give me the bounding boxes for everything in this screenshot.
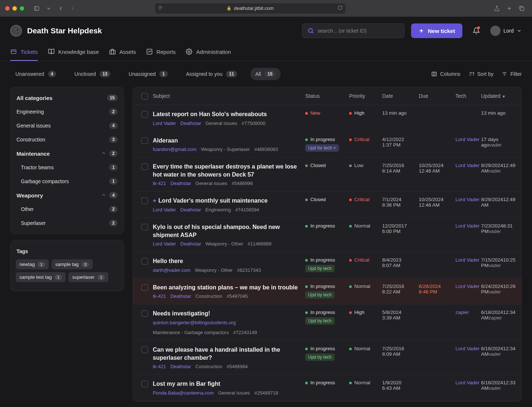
notifications-button[interactable]	[469, 23, 484, 38]
share-icon[interactable]	[492, 3, 502, 14]
tab-admin[interactable]: Administration	[186, 43, 231, 61]
ticket-row[interactable]: Lost my arm in Bar fightPonda.Baba@cante…	[133, 375, 521, 401]
category-subitem[interactable]: Superlaser2	[11, 216, 123, 230]
tab-reports[interactable]: Reports	[146, 43, 176, 61]
minimize-window[interactable]	[12, 6, 17, 11]
ticket-company[interactable]: Deathstar	[180, 207, 201, 212]
row-checkbox[interactable]	[141, 111, 148, 118]
reload-icon[interactable]	[337, 5, 343, 11]
ticket-row[interactable]: Every time the superlaser destroys a pla…	[133, 158, 521, 192]
ticket-company[interactable]: Deathstar	[170, 293, 191, 299]
sub-status-badge[interactable]: Upd by tech	[305, 317, 335, 325]
row-checkbox[interactable]	[141, 197, 148, 204]
category-subitem[interactable]: Garbage compactors1	[11, 174, 123, 188]
tag-chip[interactable]: superlaser1	[69, 272, 108, 282]
ticket-company[interactable]: Deathstar	[180, 121, 201, 126]
chevron-down-icon[interactable]	[45, 3, 52, 14]
filter-button[interactable]: Filter	[502, 71, 522, 77]
category-item[interactable]: General issues4	[11, 119, 123, 133]
filter-unclosed[interactable]: Unclosed13	[69, 68, 115, 80]
row-checkbox[interactable]	[141, 163, 148, 170]
row-checkbox[interactable]	[141, 284, 148, 291]
ticket-company[interactable]: Deathstar	[170, 364, 191, 369]
sub-status-badge[interactable]: Upd by tech	[305, 265, 335, 272]
maximize-window[interactable]	[20, 6, 24, 11]
row-checkbox[interactable]	[141, 347, 148, 353]
col-date[interactable]: Date	[382, 93, 419, 99]
col-status[interactable]: Status	[305, 93, 349, 99]
category-all[interactable]: All categories 15	[11, 91, 123, 105]
ticket-from[interactable]: tk-421	[153, 364, 166, 369]
ticket-from[interactable]: Lord Vader	[153, 241, 176, 247]
select-all-checkbox[interactable]	[141, 93, 148, 100]
filter-all[interactable]: All15	[250, 68, 281, 80]
ticket-updated: 6/18/202412:34 AMzapier	[481, 310, 518, 321]
row-checkbox[interactable]	[141, 224, 148, 230]
ticket-company[interactable]: Deathstar	[180, 241, 201, 247]
tab-assets[interactable]: Assets	[109, 43, 136, 61]
sidebar-toggle-icon[interactable]	[32, 3, 42, 14]
col-priority[interactable]: Priority	[349, 93, 382, 99]
col-due[interactable]: Due	[419, 93, 455, 99]
category-subitem[interactable]: Tractor beams1	[11, 160, 123, 174]
search-box[interactable]	[302, 23, 404, 38]
new-ticket-button[interactable]: New ticket	[411, 23, 462, 38]
ticket-from[interactable]: tk-421	[153, 293, 166, 299]
row-checkbox[interactable]	[141, 258, 148, 264]
sub-status-badge[interactable]: Upd for tech ×	[305, 144, 339, 152]
row-checkbox[interactable]	[141, 381, 148, 387]
reader-mode-icon[interactable]	[158, 5, 163, 11]
category-subitem[interactable]: Other2	[11, 202, 123, 216]
ticket-row[interactable]: Alderaanfuandon@gmail.comWeaponry - Supe…	[133, 132, 521, 158]
tab-tickets[interactable]: Tickets	[10, 43, 38, 61]
url-bar[interactable]: 🔒 deathstar.jitbit.com	[155, 3, 346, 14]
new-tab-icon[interactable]	[504, 3, 514, 14]
url-text: deathstar.jitbit.com	[234, 5, 273, 11]
category-item[interactable]: Weaponry4	[11, 188, 123, 202]
filter-assigned[interactable]: Assigned to you11	[181, 68, 242, 80]
tab-kb[interactable]: Knowledge base	[48, 43, 99, 61]
ticket-from[interactable]: fuandon@gmail.com	[153, 147, 196, 152]
brand[interactable]: Death Star Helpdesk	[10, 25, 102, 37]
col-updated[interactable]: Updated▼	[481, 93, 518, 99]
forward-button[interactable]	[67, 3, 78, 14]
tabs-overview-icon[interactable]	[517, 3, 527, 14]
ticket-row[interactable]: Been analyzing station plans – we may be…	[133, 278, 521, 305]
category-item[interactable]: Engineering2	[11, 105, 123, 119]
ticket-row[interactable]: +Lord Vader's monthly suit maintenanceLo…	[133, 192, 521, 218]
col-tech[interactable]: Tech	[455, 93, 481, 99]
user-menu[interactable]: Lord	[490, 26, 522, 36]
ticket-priority: Critical	[349, 197, 382, 202]
filter-unanswered[interactable]: Unanswered4	[10, 68, 61, 80]
ticket-from[interactable]: tk-421	[153, 181, 166, 186]
row-checkbox[interactable]	[141, 310, 148, 317]
sub-status-badge[interactable]: Upd by tech	[305, 354, 335, 361]
col-subject[interactable]: Subject	[153, 93, 305, 99]
columns-button[interactable]: Columns	[431, 71, 460, 77]
ticket-from[interactable]: Lord Vader	[153, 121, 176, 126]
filter-unassigned[interactable]: Unassigned1	[123, 68, 173, 80]
back-button[interactable]	[56, 3, 66, 14]
tag-chip[interactable]: newtag1	[16, 259, 49, 269]
category-item[interactable]: Maintenance2	[11, 147, 123, 160]
row-checkbox[interactable]	[141, 137, 148, 144]
ticket-from[interactable]: darth@vader.com	[153, 267, 191, 273]
tag-chip[interactable]: sample test tag1	[16, 272, 66, 282]
close-window[interactable]	[5, 6, 10, 11]
ticket-from[interactable]: Lord Vader	[153, 207, 176, 212]
ticket-from[interactable]: quinton.bangerter@billingsstudents.org	[153, 320, 236, 325]
sort-button[interactable]: Sort by	[469, 71, 494, 77]
sub-status-badge[interactable]: Upd by tech	[305, 291, 335, 299]
ticket-company[interactable]: Deathstar	[170, 181, 191, 186]
ticket-row[interactable]: Needs investigating!quinton.bangerter@bi…	[133, 304, 521, 341]
ticket-row[interactable]: Kylo is out of his special shampoo. Need…	[133, 218, 521, 252]
ticket-from[interactable]: Ponda.Baba@canteena.com	[153, 390, 214, 396]
expand-icon[interactable]: +	[153, 197, 156, 204]
ticket-row[interactable]: Hello theredarth@vader.comWeaponry - Oth…	[133, 252, 521, 278]
ticket-row[interactable]: Can we please have a handrail installed …	[133, 341, 521, 375]
search-input[interactable]	[318, 28, 399, 34]
category-item[interactable]: Construction3	[11, 133, 123, 147]
ticket-row[interactable]: Latest report on Han Solo's whereaboutsL…	[133, 105, 521, 132]
tag-chip[interactable]: sample tag3	[52, 259, 93, 269]
ticket-subject-cell: +Lord Vader's monthly suit maintenanceLo…	[153, 197, 305, 212]
